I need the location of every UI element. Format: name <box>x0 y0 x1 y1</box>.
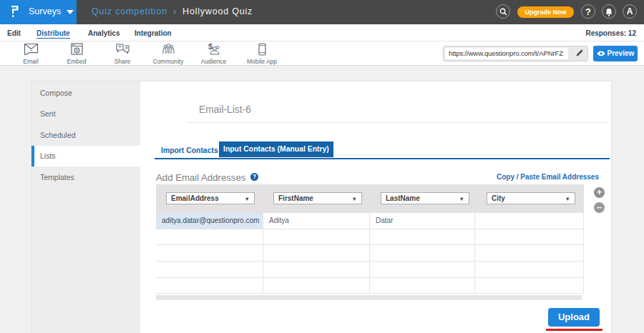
svg-text:$: $ <box>208 43 213 51</box>
